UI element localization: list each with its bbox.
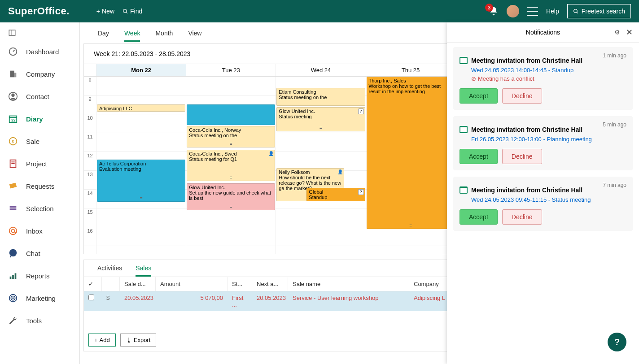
event-glow[interactable]: Glow United Inc. Set up the new guide an… xyxy=(187,183,275,210)
resize-handle[interactable]: = xyxy=(230,175,232,180)
resize-handle[interactable]: = xyxy=(230,142,232,147)
sidebar-item-tools[interactable]: Tools xyxy=(0,309,79,332)
event-etiam[interactable]: Etiam Consulting Status meeting on the xyxy=(276,88,365,106)
sidebar-item-sale[interactable]: $ Sale xyxy=(0,130,79,152)
sidebar-item-project[interactable]: Project xyxy=(0,152,79,175)
day-header-tue[interactable]: Tue 23 xyxy=(186,64,276,76)
event-thorp[interactable]: Thorp Inc., Sales Workshop on how to get… xyxy=(367,77,455,229)
close-icon[interactable]: ✕ xyxy=(626,27,633,37)
accept-button[interactable]: Accept xyxy=(460,88,498,104)
col-name[interactable]: Sale name xyxy=(288,277,409,291)
avatar[interactable] xyxy=(507,5,519,17)
question-mark-icon[interactable]: ? xyxy=(358,108,364,114)
sidebar-item-diary[interactable]: 22 Diary xyxy=(0,108,79,130)
sidebar-item-inbox[interactable]: Inbox xyxy=(0,220,79,242)
event-title: Nelly Folksom xyxy=(279,169,341,175)
event-title: Etiam Consulting xyxy=(279,89,363,95)
tab-month[interactable]: Month xyxy=(155,30,173,42)
tab-view[interactable]: View xyxy=(188,30,201,42)
col-status[interactable]: St... xyxy=(228,277,252,291)
day-header-mon[interactable]: Mon 22 xyxy=(96,64,186,76)
resize-handle[interactable]: = xyxy=(409,223,412,228)
event-actellus[interactable]: Ac Tellus Corporation Evaluation meeting… xyxy=(97,160,185,202)
day-col-tue[interactable]: Coca-Cola Inc., Norway Status meeting on… xyxy=(186,77,276,254)
svg-rect-20 xyxy=(10,208,17,210)
day-col-wed[interactable]: Etiam Consulting Status meeting on the G… xyxy=(276,77,365,254)
question-mark-icon[interactable]: ? xyxy=(358,189,364,195)
notification-subtitle[interactable]: Wed 24.05.2023 14:00-14:45 - Standup xyxy=(471,67,626,74)
add-button[interactable]: + Add xyxy=(88,334,116,347)
event-desc: Set up the new guide and check what is b… xyxy=(189,190,273,201)
event-blank[interactable] xyxy=(187,104,275,125)
tab-sales[interactable]: Sales xyxy=(136,264,151,277)
event-cocacola-sweden[interactable]: Coca-Cola Inc., Swed Status meeting for … xyxy=(187,150,275,181)
export-button[interactable]: ⭳ Export xyxy=(120,334,157,347)
menu-button[interactable] xyxy=(527,7,538,16)
accept-button[interactable]: Accept xyxy=(460,209,498,225)
find-button[interactable]: Find xyxy=(123,8,142,15)
event-standup[interactable]: Global Standup ? xyxy=(306,188,365,201)
chat-icon xyxy=(8,248,18,258)
event-glow-wed[interactable]: Glow United Inc. Status meeting ? = xyxy=(276,107,365,131)
notification-title: Meeting invitation from Christine Hall xyxy=(471,126,582,133)
event-adipiscing[interactable]: Adipiscing LLC xyxy=(97,104,185,112)
day-col-mon[interactable]: Adipiscing LLC Ac Tellus Corporation Eva… xyxy=(96,77,186,254)
tab-week[interactable]: Week xyxy=(124,30,140,42)
svg-point-21 xyxy=(9,227,17,235)
col-date[interactable]: Sale d... xyxy=(120,277,156,291)
decline-button[interactable]: Decline xyxy=(502,209,542,225)
calendar-icon xyxy=(460,126,468,133)
freetext-search[interactable]: Freetext search xyxy=(567,4,631,18)
cell-next: 20.05.2023 xyxy=(252,291,288,311)
event-title: Global xyxy=(309,189,363,195)
notification-subtitle[interactable]: Fri 26.05.2023 12:00-13:00 - Planning me… xyxy=(471,136,626,143)
col-amount[interactable]: Amount xyxy=(156,277,228,291)
hour-label: 14 xyxy=(84,190,96,208)
sidebar-item-chat[interactable]: Chat xyxy=(0,242,79,264)
resize-handle[interactable]: = xyxy=(230,204,232,209)
col-check[interactable]: ✓ xyxy=(84,277,102,291)
gear-icon[interactable]: ⚙ xyxy=(614,29,620,36)
sidebar-item-company[interactable]: Company xyxy=(0,63,79,85)
day-header-thu[interactable]: Thu 25 xyxy=(366,64,455,76)
sidebar-collapse[interactable] xyxy=(0,25,79,40)
notifications-button[interactable]: 3 xyxy=(489,6,499,16)
row-checkbox[interactable] xyxy=(88,295,94,300)
search-icon xyxy=(123,9,128,14)
notification-badge: 3 xyxy=(485,4,493,12)
resize-handle[interactable]: = xyxy=(140,196,143,201)
day-header-wed[interactable]: Wed 24 xyxy=(276,64,365,76)
event-cocacola-norway[interactable]: Coca-Cola Inc., Norway Status meeting on… xyxy=(187,126,275,147)
sidebar-item-selection[interactable]: Selection xyxy=(0,197,79,220)
new-button[interactable]: + New xyxy=(96,8,114,15)
tab-day[interactable]: Day xyxy=(98,30,109,42)
sidebar-item-requests[interactable]: Requests xyxy=(0,175,79,197)
sidebar-item-dashboard[interactable]: Dashboard xyxy=(0,40,79,63)
cell-status: First ... xyxy=(228,291,252,311)
event-desc: Workshop on how to get the best result i… xyxy=(369,83,453,94)
sidebar-item-contact[interactable]: Contact xyxy=(0,85,79,108)
chart-icon xyxy=(8,271,18,281)
ticket-icon xyxy=(8,181,18,191)
decline-button[interactable]: Decline xyxy=(502,149,542,164)
warn-text: Meeting has a conflict xyxy=(478,75,534,82)
event-title: Glow United Inc. xyxy=(189,185,273,190)
tab-activities[interactable]: Activities xyxy=(97,264,122,277)
resize-handle[interactable]: = xyxy=(320,126,322,130)
col-next[interactable]: Next a... xyxy=(252,277,288,291)
decline-button[interactable]: Decline xyxy=(502,88,542,104)
sidebar-item-marketing[interactable]: Marketing xyxy=(0,287,79,309)
at-icon xyxy=(8,226,18,236)
help-link[interactable]: Help xyxy=(546,8,559,15)
notification-title: Meeting invitation from Christine Hall xyxy=(471,57,582,64)
export-label: Export xyxy=(134,337,151,343)
help-fab[interactable]: ? xyxy=(608,333,626,351)
notification-subtitle[interactable]: Wed 24.05.2023 09:45-11:15 - Status meet… xyxy=(471,196,626,203)
accept-button[interactable]: Accept xyxy=(460,149,498,164)
collapse-icon xyxy=(8,29,16,37)
notification-item: 1 min ago Meeting invitation from Christ… xyxy=(453,47,633,110)
sidebar-item-reports[interactable]: Reports xyxy=(0,264,79,287)
svg-point-0 xyxy=(123,9,127,13)
day-col-thu[interactable]: Thorp Inc., Sales Workshop on how to get… xyxy=(366,77,455,254)
hour-label: 12 xyxy=(84,152,96,171)
